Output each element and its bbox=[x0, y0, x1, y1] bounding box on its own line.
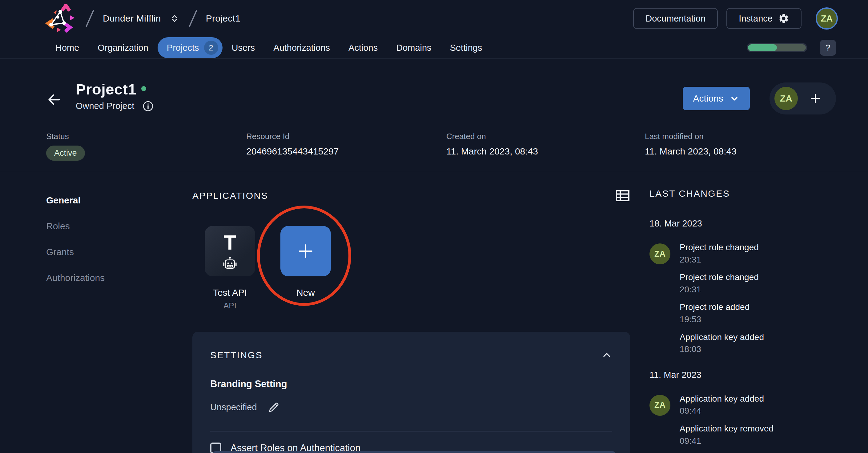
change-time: 18:03 bbox=[680, 344, 855, 355]
change-time: 09:41 bbox=[680, 436, 855, 446]
change-date: 11. Mar 2023 bbox=[649, 370, 855, 380]
last-changes-panel: LAST CHANGES 18. Mar 2023 ZA Project rol… bbox=[649, 172, 855, 453]
settings-collapse-button[interactable] bbox=[601, 350, 612, 361]
unfold-more-icon bbox=[169, 13, 180, 24]
sidenav-item-roles[interactable]: Roles bbox=[46, 221, 105, 231]
contributors-group[interactable]: ZA bbox=[770, 83, 836, 115]
tab-users[interactable]: Users bbox=[222, 39, 265, 57]
zitadel-console: Dunder Mifflin Project1 Documentation In… bbox=[0, 0, 868, 453]
project-type-label: Owned Project bbox=[76, 101, 134, 111]
settings-divider bbox=[210, 431, 612, 431]
zitadel-logo[interactable] bbox=[45, 4, 77, 33]
change-author-avatar: ZA bbox=[649, 395, 671, 416]
main-nav: Home Organization Projects 2 Users Autho… bbox=[0, 37, 868, 59]
projects-count-badge: 2 bbox=[204, 41, 218, 55]
sidenav-item-authorizations[interactable]: Authorizations bbox=[46, 273, 105, 283]
change-date: 18. Mar 2023 bbox=[649, 219, 855, 229]
add-contributor-icon[interactable] bbox=[809, 92, 822, 105]
application-tile[interactable]: T bbox=[205, 226, 255, 277]
documentation-button[interactable]: Documentation bbox=[633, 8, 718, 29]
application-name: Test API bbox=[205, 287, 255, 298]
tab-home[interactable]: Home bbox=[46, 39, 88, 57]
meta-created-on: Created on 11. March 2023, 08:43 bbox=[446, 132, 538, 157]
branding-setting-value: Unspecified bbox=[210, 402, 257, 412]
meta-last-modified: Last modified on 11. March 2023, 08:43 bbox=[645, 132, 737, 157]
breadcrumb-separator bbox=[189, 10, 197, 27]
org-switcher[interactable]: Dunder Mifflin bbox=[103, 13, 180, 24]
new-application-label: New bbox=[280, 287, 331, 298]
gear-icon bbox=[778, 13, 789, 24]
change-group: ZA Project role changed 20:31 Project ro… bbox=[649, 242, 855, 355]
meta-created-on-label: Created on bbox=[446, 132, 538, 141]
instance-button[interactable]: Instance bbox=[726, 8, 802, 29]
change-action: Project role added bbox=[680, 302, 855, 312]
chevron-down-icon bbox=[730, 94, 739, 103]
sidenav-item-general[interactable]: General bbox=[46, 195, 105, 205]
change-time: 09:44 bbox=[680, 406, 855, 416]
pencil-icon bbox=[268, 401, 280, 414]
tab-projects-label: Projects bbox=[167, 43, 199, 53]
settings-card: SETTINGS Branding Setting Unspecified bbox=[192, 332, 630, 453]
change-author-avatar: ZA bbox=[649, 244, 671, 264]
application-type: API bbox=[205, 301, 255, 311]
applications-table-view-button[interactable] bbox=[615, 188, 630, 203]
change-entry[interactable]: Application key added 18:03 bbox=[680, 332, 855, 355]
help-button[interactable]: ? bbox=[820, 40, 836, 56]
change-action: Application key added bbox=[680, 332, 855, 343]
resource-id-value: 204696135443415297 bbox=[246, 146, 339, 157]
new-application-tile[interactable] bbox=[280, 226, 331, 277]
chevron-up-icon bbox=[601, 350, 612, 361]
tab-domains[interactable]: Domains bbox=[387, 39, 440, 57]
page-title: Project1 bbox=[76, 81, 136, 98]
change-entry[interactable]: Application key removed 09:41 bbox=[680, 423, 855, 446]
next-setting-row-peek bbox=[212, 451, 616, 453]
change-entry[interactable]: Project role changed 20:31 bbox=[680, 242, 855, 265]
project-content: General Roles Grants Authorizations APPL… bbox=[0, 172, 868, 453]
instance-label: Instance bbox=[739, 13, 773, 24]
status-badge: Active bbox=[46, 145, 85, 161]
contributor-avatar[interactable]: ZA bbox=[774, 87, 798, 110]
created-on-value: 11. March 2023, 08:43 bbox=[446, 146, 538, 157]
tab-authorizations[interactable]: Authorizations bbox=[264, 39, 339, 57]
api-robot-icon bbox=[222, 256, 238, 272]
change-action: Application key removed bbox=[680, 423, 855, 434]
top-bar: Dunder Mifflin Project1 Documentation In… bbox=[0, 0, 868, 37]
change-entry[interactable]: Project role changed 20:31 bbox=[680, 272, 855, 294]
change-action: Project role changed bbox=[680, 242, 855, 253]
change-entry[interactable]: Project role added 19:53 bbox=[680, 302, 855, 324]
main-column: APPLICATIONS T bbox=[192, 172, 630, 453]
usage-progress-bar bbox=[747, 43, 807, 52]
project-active-dot bbox=[141, 86, 146, 91]
change-entry[interactable]: Application key added 09:44 bbox=[680, 394, 855, 416]
breadcrumb-project[interactable]: Project1 bbox=[206, 13, 240, 24]
documentation-label: Documentation bbox=[646, 13, 706, 24]
info-icon[interactable] bbox=[142, 100, 154, 112]
last-modified-value: 11. March 2023, 08:43 bbox=[645, 146, 737, 157]
usage-progress-fill bbox=[748, 44, 777, 51]
actions-label: Actions bbox=[693, 93, 723, 104]
change-action: Project role changed bbox=[680, 272, 855, 283]
org-name: Dunder Mifflin bbox=[103, 13, 161, 24]
actions-dropdown-button[interactable]: Actions bbox=[683, 87, 750, 110]
change-action: Application key added bbox=[680, 394, 855, 404]
edit-branding-button[interactable] bbox=[268, 401, 280, 414]
back-arrow-icon bbox=[46, 92, 62, 108]
applications-grid: T T bbox=[192, 226, 630, 311]
plus-icon bbox=[297, 242, 314, 260]
change-time: 20:31 bbox=[680, 255, 855, 265]
table-view-icon bbox=[615, 188, 630, 203]
new-application-card[interactable]: New bbox=[280, 226, 331, 311]
tab-settings[interactable]: Settings bbox=[441, 39, 492, 57]
project-header: Project1 Owned Project Actions bbox=[0, 59, 868, 172]
tab-actions[interactable]: Actions bbox=[339, 39, 387, 57]
settings-section-title: SETTINGS bbox=[210, 350, 262, 360]
sidenav-item-grants[interactable]: Grants bbox=[46, 247, 105, 257]
back-button[interactable] bbox=[46, 92, 62, 108]
change-group: ZA Application key added 09:44 Applicati… bbox=[649, 394, 855, 453]
tab-projects[interactable]: Projects 2 bbox=[158, 37, 222, 58]
tab-organization[interactable]: Organization bbox=[88, 39, 157, 57]
user-avatar[interactable]: ZA bbox=[816, 7, 838, 30]
applications-section-title: APPLICATIONS bbox=[192, 191, 268, 201]
application-card-test-api[interactable]: T T bbox=[205, 226, 255, 311]
meta-status: Status Active bbox=[46, 132, 85, 161]
